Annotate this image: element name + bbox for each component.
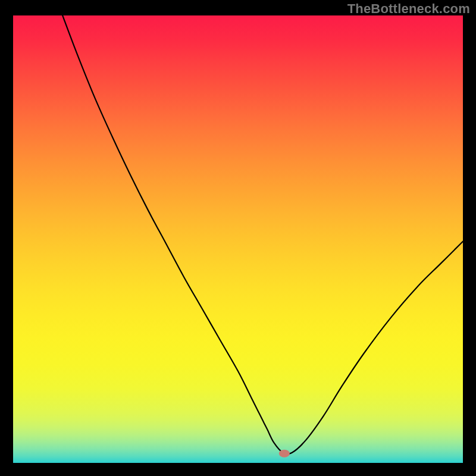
plot-area bbox=[13, 15, 463, 463]
gradient-background bbox=[13, 15, 463, 463]
watermark-text: TheBottleneck.com bbox=[347, 1, 470, 17]
curve-marker bbox=[279, 450, 290, 458]
chart-svg bbox=[13, 15, 463, 463]
chart-frame: TheBottleneck.com bbox=[0, 0, 476, 476]
